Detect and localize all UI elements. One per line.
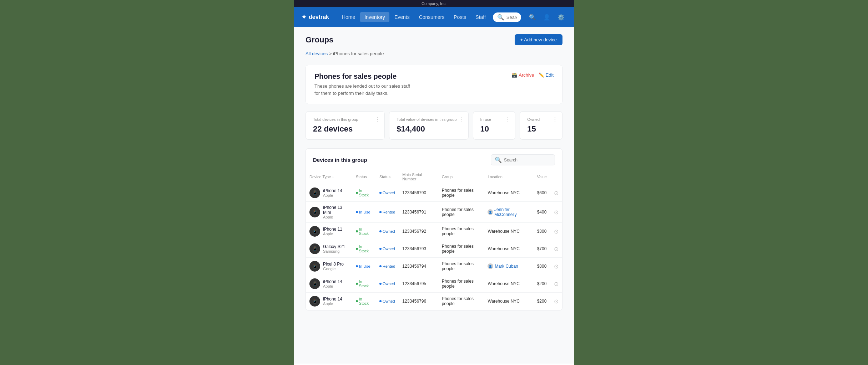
device-avatar: 📱 [309,278,320,289]
location-text: Warehouse NYC [488,229,520,234]
ownership-status-cell: Owned [376,275,399,293]
user-link[interactable]: 👤 Jennifer McConnelly [488,207,530,217]
device-name: iPhone 13 Mini [323,205,349,215]
devices-search-bar[interactable]: 🔍 [491,154,555,165]
device-brand: Apple [323,232,342,236]
device-type-cell: 📱 iPhone 11 Apple [306,223,352,240]
device-name: iPhone 14 [323,297,342,302]
archive-icon: 🗃️ [511,72,517,78]
stock-status-badge: In Stock [356,296,372,306]
stock-status-dot [356,230,358,232]
stat-inuse-value: 10 [480,124,508,134]
logo[interactable]: ✦ devtrak [301,13,329,21]
nav-consumers[interactable]: Consumers [415,12,449,22]
devices-table: Device Type ↓ Status Status Main Serial … [306,170,562,310]
ownership-status-badge: Owned [379,190,395,196]
search-bar[interactable]: 🔍 [493,12,521,22]
device-type-cell: 📱 iPhone 14 Apple [306,275,352,293]
stats-row: Total devices in this group 22 devices ⋮… [306,111,562,140]
table-row: 📱 Pixel 8 Pro Google In Use Rented 12334… [306,258,562,275]
value-cell: $300 [534,223,550,240]
action-cell[interactable]: ⊙ [550,240,562,258]
serial-number-cell: 1233456791 [399,202,438,223]
search-input[interactable] [506,15,517,20]
stat-total-value-value: $14,400 [397,124,461,134]
breadcrumb-all-devices[interactable]: All devices [306,51,328,56]
group-cell: Phones for sales people [438,258,484,275]
action-cell[interactable]: ⊙ [550,223,562,240]
stock-status-badge: In Stock [356,188,372,198]
stat-total-value-menu[interactable]: ⋮ [458,116,464,123]
row-action-icon[interactable]: ⊙ [554,228,559,235]
stock-status-dot [356,300,358,302]
stat-total-value: Total value of devices in this group $14… [389,111,468,140]
table-row: 📱 iPhone 11 Apple In Stock Owned 1233456… [306,223,562,240]
stock-status-dot [356,265,358,267]
col-device-type[interactable]: Device Type ↓ [306,170,352,184]
device-avatar: 📱 [309,207,320,217]
row-action-icon[interactable]: ⊙ [554,281,559,287]
profile-button[interactable]: 👤 [541,11,552,23]
stat-total-devices-menu[interactable]: ⋮ [374,116,380,123]
edit-button[interactable]: ✏️ Edit [539,72,554,78]
nav-inventory[interactable]: Inventory [360,12,389,22]
device-type-cell: 📱 Galaxy S21 Samsung [306,240,352,258]
value-cell: $600 [534,184,550,202]
device-brand: Apple [323,215,349,219]
stat-inuse-menu[interactable]: ⋮ [505,116,511,123]
stat-owned-value: 15 [527,124,555,134]
stock-status-cell: In Stock [352,275,376,293]
edit-label: Edit [546,72,554,78]
table-header-row: Device Type ↓ Status Status Main Serial … [306,170,562,184]
nav-home[interactable]: Home [338,12,359,22]
nav-staff[interactable]: Staff [471,12,490,22]
group-actions: 🗃️ Archive ✏️ Edit [511,72,554,78]
user-link[interactable]: 👤 Mark Cuban [488,263,530,269]
nav-events[interactable]: Events [390,12,414,22]
devices-search-input[interactable] [504,158,551,163]
group-cell: Phones for sales people [438,184,484,202]
settings-button[interactable]: ⚙️ [555,11,567,23]
row-action-icon[interactable]: ⊙ [554,246,559,252]
device-name: iPhone 14 [323,279,342,284]
row-action-icon[interactable]: ⊙ [554,263,559,269]
row-action-icon[interactable]: ⊙ [554,190,559,196]
ownership-status-badge: Owned [379,228,395,234]
serial-number-cell: 1233456796 [399,293,438,310]
table-row: 📱 iPhone 14 Apple In Stock Owned 1233456… [306,184,562,202]
col-group: Group [438,170,484,184]
stat-owned-label: Owned [527,117,555,122]
ownership-status-cell: Rented [376,258,399,275]
location-cell: 👤 Mark Cuban [484,258,533,275]
add-device-button[interactable]: + Add new device [515,34,562,45]
action-cell[interactable]: ⊙ [550,258,562,275]
devices-search-icon: 🔍 [495,156,502,163]
row-action-icon[interactable]: ⊙ [554,209,559,215]
search-button[interactable]: 🔍 [527,11,538,23]
action-cell[interactable]: ⊙ [550,184,562,202]
device-type-cell: 📱 iPhone 14 Apple [306,184,352,202]
stat-owned-menu[interactable]: ⋮ [552,116,558,123]
value-cell: $400 [534,202,550,223]
nav-icons: 🔍 👤 ⚙️ [527,11,567,23]
ownership-status-badge: Rented [379,263,395,269]
action-cell[interactable]: ⊙ [550,275,562,293]
device-avatar: 📱 [309,226,320,237]
device-brand: Apple [323,193,342,197]
archive-button[interactable]: 🗃️ Archive [511,72,534,78]
add-device-label: + Add new device [520,37,557,42]
ownership-status-dot [379,283,382,285]
col-status-2: Status [376,170,399,184]
group-description: These phones are lended out to our sales… [314,83,414,97]
ownership-status-badge: Rented [379,209,395,215]
location-text: Warehouse NYC [488,299,520,304]
breadcrumb-current: iPhones for sales people [333,51,384,56]
row-action-icon[interactable]: ⊙ [554,298,559,304]
nav-links: Home Inventory Events Consumers Posts St… [338,12,490,22]
action-cell[interactable]: ⊙ [550,202,562,223]
nav-posts[interactable]: Posts [449,12,470,22]
action-cell[interactable]: ⊙ [550,293,562,310]
breadcrumb: All devices > iPhones for sales people [306,51,562,56]
location-text: Warehouse NYC [488,281,520,286]
col-serial: Main Serial Number [399,170,438,184]
